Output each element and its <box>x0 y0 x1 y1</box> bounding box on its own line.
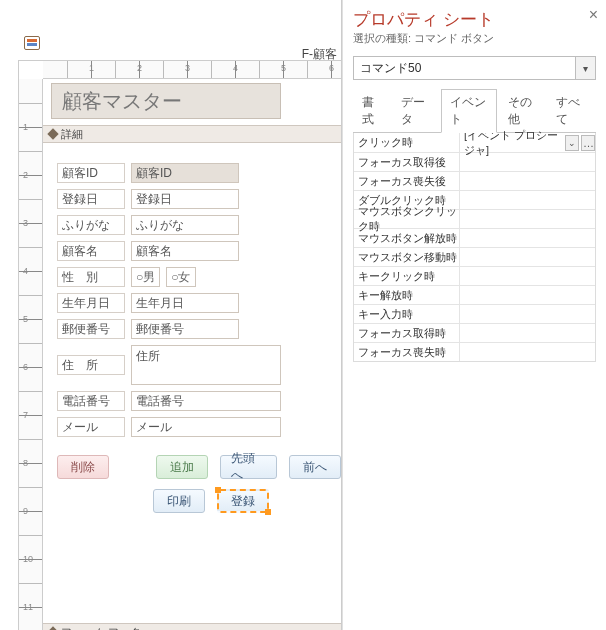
field-phone[interactable]: 電話番号 <box>131 391 281 411</box>
field-gender[interactable]: ○男 ○女 <box>131 267 196 287</box>
property-row[interactable]: フォーカス喪失時 <box>354 342 595 361</box>
label-phone[interactable]: 電話番号 <box>57 391 125 411</box>
property-row[interactable]: キークリック時 <box>354 266 595 285</box>
property-grid[interactable]: クリック時[イベント プロシージャ]⌄…フォーカス取得後フォーカス喪失後ダブルク… <box>353 133 596 362</box>
property-name: クリック時 <box>354 133 460 152</box>
prev-button[interactable]: 前へ <box>289 455 341 479</box>
property-name: キー入力時 <box>354 305 460 323</box>
property-name: フォーカス取得時 <box>354 324 460 342</box>
section-handle-icon <box>47 626 58 630</box>
property-row[interactable]: フォーカス取得時 <box>354 323 595 342</box>
property-row[interactable]: マウスボタン移動時 <box>354 247 595 266</box>
property-name: マウスボタンクリック時 <box>354 210 460 228</box>
property-row[interactable]: キー解放時 <box>354 285 595 304</box>
object-selector-value: コマンド50 <box>354 60 575 77</box>
detail-section[interactable]: 顧客ID 顧客ID 登録日 登録日 ふりがな ふりがな 顧客名 顧客名 性 別 <box>43 143 341 623</box>
first-button[interactable]: 先頭へ <box>220 455 277 479</box>
property-name: フォーカス喪失時 <box>354 343 460 361</box>
property-sheet-subtitle: 選択の種類: コマンド ボタン <box>343 31 606 52</box>
property-value[interactable] <box>460 267 595 285</box>
label-zip[interactable]: 郵便番号 <box>57 319 125 339</box>
form-design-area: F-顧客 123456 1234567891011 顧客マスター 詳細 顧客ID… <box>0 0 342 630</box>
property-tab-データ[interactable]: データ <box>392 89 439 133</box>
property-value[interactable] <box>460 248 595 266</box>
label-customer-id[interactable]: 顧客ID <box>57 163 125 183</box>
footer-section-bar[interactable]: フォーム フッター <box>43 623 341 630</box>
property-tab-すべて[interactable]: すべて <box>547 89 594 133</box>
property-value[interactable] <box>460 210 595 228</box>
field-zip[interactable]: 郵便番号 <box>131 319 239 339</box>
property-value[interactable] <box>460 305 595 323</box>
builder-button[interactable]: … <box>581 135 595 151</box>
register-button[interactable]: 登録 <box>217 489 269 513</box>
label-furigana[interactable]: ふりがな <box>57 215 125 235</box>
property-name: マウスボタン解放時 <box>354 229 460 247</box>
property-value[interactable] <box>460 172 595 190</box>
ruler-horizontal[interactable]: 123456 <box>43 61 341 79</box>
property-tab-イベント[interactable]: イベント <box>441 89 497 133</box>
detail-section-label: 詳細 <box>61 127 83 142</box>
property-value[interactable] <box>460 324 595 342</box>
detail-section-bar[interactable]: 詳細 <box>43 125 341 143</box>
property-row[interactable]: マウスボタンクリック時 <box>354 209 595 228</box>
gender-female-option[interactable]: ○女 <box>166 267 195 287</box>
property-sheet-title: プロパティ シート <box>343 0 606 31</box>
object-selector[interactable]: コマンド50 ▾ <box>353 56 596 80</box>
property-value[interactable] <box>460 286 595 304</box>
property-row[interactable]: マウスボタン解放時 <box>354 228 595 247</box>
add-button[interactable]: 追加 <box>156 455 208 479</box>
property-sheet: × プロパティ シート 選択の種類: コマンド ボタン コマンド50 ▾ 書式デ… <box>342 0 606 630</box>
field-register-date[interactable]: 登録日 <box>131 189 239 209</box>
form-header-section[interactable]: 顧客マスター <box>43 79 341 125</box>
field-customer-id[interactable]: 顧客ID <box>131 163 239 183</box>
field-address[interactable]: 住所 <box>131 345 281 385</box>
label-gender[interactable]: 性 別 <box>57 267 125 287</box>
print-button[interactable]: 印刷 <box>153 489 205 513</box>
field-furigana[interactable]: ふりがな <box>131 215 239 235</box>
field-birthdate[interactable]: 生年月日 <box>131 293 239 313</box>
delete-button[interactable]: 削除 <box>57 455 109 479</box>
form-title-label[interactable]: 顧客マスター <box>51 83 281 119</box>
property-tab-その他[interactable]: その他 <box>499 89 546 133</box>
property-value[interactable] <box>460 229 595 247</box>
ruler-vertical[interactable]: 1234567891011 <box>19 79 43 630</box>
label-birthdate[interactable]: 生年月日 <box>57 293 125 313</box>
design-surface[interactable]: 123456 1234567891011 顧客マスター 詳細 顧客ID 顧客ID… <box>18 60 341 630</box>
label-mail[interactable]: メール <box>57 417 125 437</box>
field-customer-name[interactable]: 顧客名 <box>131 241 239 261</box>
property-tabs: 書式データイベントその他すべて <box>353 88 596 133</box>
close-icon[interactable]: × <box>589 6 598 24</box>
property-value[interactable] <box>460 153 595 171</box>
property-value[interactable] <box>460 343 595 361</box>
property-value[interactable]: [イベント プロシージャ]⌄… <box>460 133 595 152</box>
form-icon <box>24 36 40 50</box>
section-handle-icon <box>47 128 58 139</box>
property-row[interactable]: フォーカス取得後 <box>354 152 595 171</box>
property-name: フォーカス喪失後 <box>354 172 460 190</box>
property-name: キー解放時 <box>354 286 460 304</box>
field-mail[interactable]: メール <box>131 417 281 437</box>
footer-section-label: フォーム フッター <box>61 625 152 631</box>
property-name: フォーカス取得後 <box>354 153 460 171</box>
label-register-date[interactable]: 登録日 <box>57 189 125 209</box>
chevron-down-icon[interactable]: ⌄ <box>565 135 579 151</box>
property-tab-書式[interactable]: 書式 <box>353 89 390 133</box>
label-customer-name[interactable]: 顧客名 <box>57 241 125 261</box>
property-value[interactable] <box>460 191 595 209</box>
label-address[interactable]: 住 所 <box>57 355 125 375</box>
gender-male-option[interactable]: ○男 <box>131 267 160 287</box>
chevron-down-icon[interactable]: ▾ <box>575 57 595 79</box>
property-name: キークリック時 <box>354 267 460 285</box>
property-row[interactable]: クリック時[イベント プロシージャ]⌄… <box>354 133 595 152</box>
property-row[interactable]: キー入力時 <box>354 304 595 323</box>
form-canvas[interactable]: 顧客マスター 詳細 顧客ID 顧客ID 登録日 登録日 ふりがな ふりがな <box>43 79 341 630</box>
property-row[interactable]: フォーカス喪失後 <box>354 171 595 190</box>
property-name: マウスボタン移動時 <box>354 248 460 266</box>
